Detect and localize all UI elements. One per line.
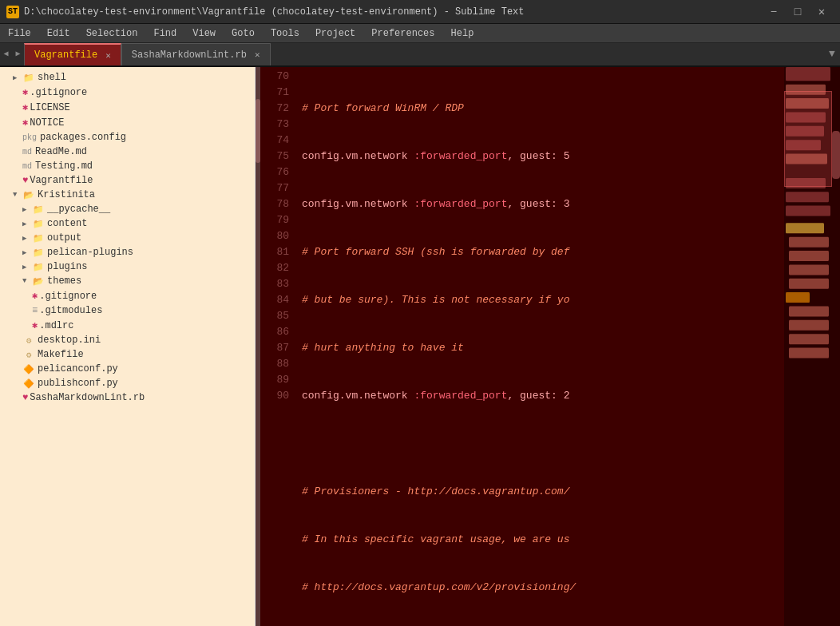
sidebar-item-testing[interactable]: md Testing.md: [0, 159, 255, 173]
menu-tools[interactable]: Tools: [263, 24, 307, 43]
sidebar-item-vagrantfile[interactable]: ♥ Vagrantfile: [0, 173, 255, 188]
sidebar-item-makefile[interactable]: ⚙ Makefile: [0, 347, 255, 362]
svg-rect-0: [786, 67, 830, 81]
sidebar-label-vagrantfile: Vagrantfile: [30, 175, 93, 186]
content-area: ▶ 📁 shell ✱ .gitignore ✱ LICENSE ✱ NOTIC…: [0, 67, 840, 626]
arrow-themes: ▼: [22, 277, 32, 285]
sidebar-label-pelican-plugins: pelican-plugins: [47, 247, 133, 258]
code-lines[interactable]: # Port forward WinRM / RDP config.vm.net…: [295, 67, 784, 626]
menu-help[interactable]: Help: [443, 24, 482, 43]
svg-rect-15: [786, 292, 810, 303]
editor-vertical-scrollbar[interactable]: [832, 67, 840, 626]
maximize-button[interactable]: □: [786, 0, 810, 24]
line-num-86: 86: [260, 324, 289, 340]
sidebar-label-desktop-ini: desktop.ini: [38, 335, 101, 346]
sidebar-item-notice[interactable]: ✱ NOTICE: [0, 115, 255, 130]
window-controls: − □ ✕: [762, 0, 834, 24]
sidebar-item-pycache[interactable]: ▶ 📁 __pycache__: [0, 202, 255, 216]
sidebar-label-license: LICENSE: [30, 102, 69, 113]
heart-icon2: ♥: [22, 392, 28, 403]
title-bar-left: ST D:\chocolatey-test-environment\Vagran…: [6, 6, 525, 18]
menu-find[interactable]: Find: [145, 24, 184, 43]
arrow-kristinita: ▼: [13, 191, 22, 199]
tab-vagrantfile[interactable]: Vagrantfile ✕: [24, 43, 121, 65]
sidebar-item-license[interactable]: ✱ LICENSE: [0, 100, 255, 115]
code-line-76: config.vm.network :forwarded_port, guest…: [302, 388, 784, 404]
line-numbers-gutter: 70 71 72 73 74 75 76 77 78 79 80 81 82 8…: [260, 67, 295, 626]
sidebar-label-gitmodules: .gitmodules: [39, 305, 102, 316]
arrow-shell: ▶: [13, 73, 22, 82]
svg-rect-11: [789, 237, 829, 248]
line-num-85: 85: [260, 308, 289, 324]
close-button[interactable]: ✕: [810, 0, 834, 24]
arrow-pycache: ▶: [22, 205, 32, 214]
asterisk-icon3: ✱: [32, 319, 38, 331]
sidebar-item-gitmodules[interactable]: ≡ .gitmodules: [0, 303, 255, 318]
line-num-76: 76: [260, 164, 289, 180]
code-line-79: # In this specific vagrant usage, we are…: [302, 532, 784, 548]
code-line-71: config.vm.network :forwarded_port, guest…: [302, 149, 784, 164]
line-num-79: 79: [260, 212, 289, 228]
menu-project[interactable]: Project: [307, 24, 363, 43]
tab-sashamarkdownlint-close[interactable]: ✕: [255, 50, 260, 60]
folder-icon-content: 📁: [32, 219, 45, 229]
tab-vagrantfile-close[interactable]: ✕: [105, 50, 111, 61]
minimap-viewport: [784, 91, 832, 187]
sidebar-label-gitignore2: .gitignore: [39, 291, 97, 302]
tab-bar: ◀ ▶ Vagrantfile ✕ SashaMarkdownLint.rb ✕…: [0, 43, 840, 67]
sidebar-item-pelicanconf[interactable]: 🔶 pelicanconf.py: [0, 362, 255, 376]
sidebar-item-themes[interactable]: ▼ 📂 themes: [0, 274, 255, 288]
sidebar-item-gitignore1[interactable]: ✱ .gitignore: [0, 85, 255, 100]
sidebar-item-pelican-plugins[interactable]: ▶ 📁 pelican-plugins: [0, 245, 255, 260]
folder-icon-output: 📁: [32, 233, 45, 244]
svg-rect-14: [789, 279, 829, 289]
minimize-button[interactable]: −: [762, 0, 786, 24]
tab-vagrantfile-label: Vagrantfile: [34, 50, 97, 61]
line-num-81: 81: [260, 244, 289, 260]
sidebar-item-mdlrc[interactable]: ✱ .mdlrc: [0, 318, 255, 333]
menu-preferences[interactable]: Preferences: [363, 24, 442, 43]
sidebar-label-notice: NOTICE: [30, 117, 64, 129]
tab-sashamarkdownlint[interactable]: SashaMarkdownLint.rb ✕: [121, 43, 271, 65]
svg-rect-16: [789, 306, 829, 316]
sidebar-item-sasha-lint[interactable]: ♥ SashaMarkdownLint.rb: [0, 390, 255, 405]
sidebar-label-shell: shell: [38, 72, 66, 83]
sidebar-item-readme[interactable]: md ReadMe.md: [0, 145, 255, 159]
pkg-icon: pkg: [22, 133, 37, 142]
sidebar-label-output: output: [47, 232, 81, 244]
sidebar-item-content[interactable]: ▶ 📁 content: [0, 216, 255, 231]
publishconf-icon: 🔶: [22, 378, 35, 389]
line-num-78: 78: [260, 196, 289, 212]
sidebar-item-desktop-ini[interactable]: ⚙ desktop.ini: [0, 333, 255, 347]
sidebar-label-pycache: __pycache__: [47, 204, 110, 215]
svg-rect-17: [789, 320, 829, 331]
tab-next-button[interactable]: ▶: [12, 42, 24, 65]
sidebar-label-readme: ReadMe.md: [35, 146, 87, 157]
line-num-89: 89: [260, 372, 289, 388]
sidebar-label-publishconf: publishconf.py: [38, 378, 118, 389]
sidebar-item-packages-config[interactable]: pkg packages.config: [0, 130, 255, 145]
menu-selection[interactable]: Selection: [78, 24, 146, 43]
menu-goto[interactable]: Goto: [224, 24, 263, 43]
tab-sashamarkdownlint-label: SashaMarkdownLint.rb: [132, 50, 247, 61]
sidebar-item-gitignore2[interactable]: ✱ .gitignore: [0, 288, 255, 303]
sidebar-label-sasha-lint: SashaMarkdownLint.rb: [30, 392, 145, 403]
line-num-88: 88: [260, 356, 289, 372]
sidebar-item-plugins[interactable]: ▶ 📁 plugins: [0, 260, 255, 274]
folder-icon-shell: 📁: [22, 73, 35, 83]
tab-prev-button[interactable]: ◀: [0, 42, 12, 65]
sidebar-item-output[interactable]: ▶ 📁 output: [0, 231, 255, 245]
menu-file[interactable]: File: [0, 24, 39, 43]
code-editor: 70 71 72 73 74 75 76 77 78 79 80 81 82 8…: [260, 67, 840, 626]
menu-view[interactable]: View: [184, 24, 224, 43]
sidebar-item-shell[interactable]: ▶ 📁 shell: [0, 70, 255, 85]
asterisk-icon: ✱: [22, 117, 28, 129]
pelicanconf-icon: 🔶: [22, 364, 35, 374]
menu-edit[interactable]: Edit: [39, 24, 78, 43]
line-num-73: 73: [260, 117, 289, 133]
sidebar-item-publishconf[interactable]: 🔶 publishconf.py: [0, 376, 255, 390]
sidebar-item-kristinita[interactable]: ▼ 📂 Kristinita: [0, 188, 255, 202]
tab-dropdown-button[interactable]: ▼: [824, 42, 840, 65]
app-icon: ST: [6, 6, 19, 18]
line-num-83: 83: [260, 276, 289, 292]
